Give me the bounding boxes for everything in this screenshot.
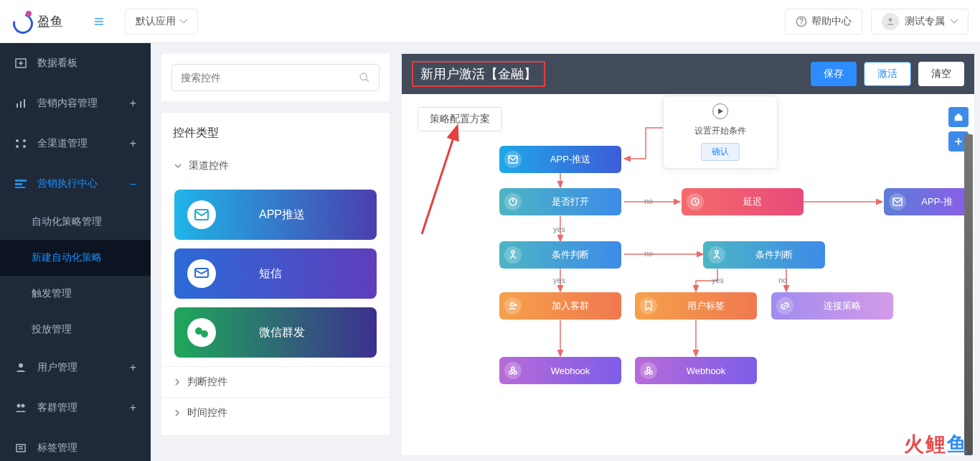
svg-point-30 xyxy=(201,330,208,337)
edge-label-yes: yes xyxy=(553,276,565,284)
svg-point-21 xyxy=(22,404,25,408)
sidebar: 数据看板 营销内容管理 + 全渠道管理 + 营销执行中心 – 自动化策略管理 新… xyxy=(0,43,151,461)
plan-config-button[interactable]: 策略配置方案 xyxy=(418,107,502,131)
start-condition-popover: 设置开始条件 确认 xyxy=(663,96,778,169)
home-button[interactable] xyxy=(948,107,969,127)
edge-label-no: no xyxy=(644,249,653,258)
help-button[interactable]: 帮助中心 xyxy=(785,9,862,34)
widget-panel: 控件类型 渠道控件 APP推送 短信 微信群发 判断控件 时间控件 xyxy=(161,54,390,455)
app-selector[interactable]: 默认应用 xyxy=(125,9,198,34)
node-link-strategy[interactable]: 连接策略 xyxy=(771,292,893,320)
canvas-header: 新用户激活【金融】 保存 激活 清空 xyxy=(402,54,974,94)
canvas: 新用户激活【金融】 保存 激活 清空 策略配置方案 设置开始条件 确认 xyxy=(402,54,974,455)
svg-point-41 xyxy=(511,303,514,307)
node-webhook-2[interactable]: Webhook xyxy=(635,357,757,384)
execution-icon xyxy=(14,180,27,188)
edge-label-no: no xyxy=(644,197,653,205)
nav-user[interactable]: 用户管理 + xyxy=(0,348,151,388)
svg-point-5 xyxy=(889,18,892,22)
node-webhook-1[interactable]: Webhook xyxy=(499,357,621,384)
node-join-group[interactable]: 加入客群 xyxy=(499,292,621,320)
widget-app-push[interactable]: APP推送 xyxy=(174,190,377,240)
chevron-right-icon xyxy=(174,409,180,416)
svg-rect-22 xyxy=(17,444,25,452)
chevron-down-icon xyxy=(174,162,182,169)
canvas-body[interactable]: 策略配置方案 设置开始条件 确认 xyxy=(402,94,974,455)
plus-icon: + xyxy=(130,137,136,150)
nav-label: 标签管理 xyxy=(37,442,77,455)
caret-down-icon xyxy=(951,19,958,24)
tag-icon xyxy=(14,443,27,453)
vertical-scrollbar[interactable] xyxy=(964,134,973,455)
nav-channel[interactable]: 全渠道管理 + xyxy=(0,124,151,164)
help-label: 帮助中心 xyxy=(811,15,852,28)
section-channel[interactable]: 渠道控件 xyxy=(161,151,390,181)
popover-confirm-button[interactable]: 确认 xyxy=(701,143,740,161)
chart-icon xyxy=(14,98,27,108)
nav-label: 营销执行中心 xyxy=(37,177,98,190)
envelope-icon xyxy=(889,193,906,210)
strategy-title-highlight: 新用户激活【金融】 xyxy=(412,61,545,87)
node-app-push[interactable]: APP-推送 xyxy=(499,146,621,173)
nav-sub-delivery[interactable]: 投放管理 xyxy=(0,312,151,348)
save-button[interactable]: 保存 xyxy=(811,62,857,86)
section-time[interactable]: 时间控件 xyxy=(161,397,390,428)
svg-rect-34 xyxy=(509,156,517,163)
node-delay[interactable]: 延迟 xyxy=(682,188,804,215)
hamburger-icon xyxy=(93,16,105,27)
envelope-icon xyxy=(187,200,216,229)
svg-point-14 xyxy=(16,145,19,148)
widget-wechat[interactable]: 微信群发 xyxy=(174,307,377,358)
search-input[interactable] xyxy=(181,72,359,83)
node-user-tag[interactable]: 用户标签 xyxy=(635,292,757,320)
nav-group[interactable]: 客群管理 + xyxy=(0,388,151,428)
node-condition-2[interactable]: 条件判断 xyxy=(703,241,825,269)
nav-tag[interactable]: 标签管理 xyxy=(0,428,151,461)
play-icon xyxy=(712,103,728,119)
svg-point-19 xyxy=(19,363,23,368)
nav-label: 营销内容管理 xyxy=(37,97,98,110)
nav-label: 数据看板 xyxy=(37,57,77,70)
svg-rect-11 xyxy=(24,99,25,108)
search-input-wrap[interactable] xyxy=(171,64,380,91)
user-plus-icon xyxy=(504,297,522,315)
menu-toggle-button[interactable] xyxy=(85,7,113,36)
user-menu[interactable]: 测试专属 xyxy=(871,9,969,34)
nav-sub-new-policy[interactable]: 新建自动化策略 xyxy=(0,240,151,276)
svg-line-26 xyxy=(366,79,369,82)
popover-text: 设置开始条件 xyxy=(694,125,746,137)
nav-label: 用户管理 xyxy=(37,361,77,374)
wechat-icon xyxy=(187,318,216,347)
svg-rect-17 xyxy=(15,183,22,185)
message-icon xyxy=(187,259,216,288)
nav-sub-trigger[interactable]: 触发管理 xyxy=(0,276,151,312)
caret-down-icon xyxy=(180,19,187,24)
svg-rect-16 xyxy=(15,180,27,182)
widget-sms[interactable]: 短信 xyxy=(174,248,377,299)
bookmark-icon xyxy=(640,297,657,315)
link-icon xyxy=(776,297,793,315)
svg-point-25 xyxy=(360,73,367,80)
avatar-icon xyxy=(882,13,899,30)
edge-label-no: no xyxy=(778,276,787,284)
webhook-icon xyxy=(504,362,522,379)
topbar: 盈鱼 默认应用 帮助中心 测试专属 xyxy=(0,0,980,43)
widget-types: 控件类型 渠道控件 APP推送 短信 微信群发 判断控件 时间控件 xyxy=(161,113,390,435)
section-judge[interactable]: 判断控件 xyxy=(161,366,390,397)
node-open-check[interactable]: 是否打开 xyxy=(499,188,621,215)
nav-sub-policy-manage[interactable]: 自动化策略管理 xyxy=(0,204,151,240)
nav-dashboard[interactable]: 数据看板 xyxy=(0,43,151,83)
envelope-icon xyxy=(504,151,522,168)
app-selector-label: 默认应用 xyxy=(136,15,176,28)
node-app-push-2[interactable]: APP-推 xyxy=(884,188,970,215)
watermark: 火鲤鱼 xyxy=(904,431,969,458)
nav-execution[interactable]: 营销执行中心 – xyxy=(0,164,151,204)
clear-button[interactable]: 清空 xyxy=(918,62,964,86)
nav-content[interactable]: 营销内容管理 + xyxy=(0,83,151,124)
activate-button[interactable]: 激活 xyxy=(864,62,911,86)
power-icon xyxy=(504,193,522,210)
node-condition-1[interactable]: 条件判断 xyxy=(499,241,621,269)
svg-point-39 xyxy=(512,251,514,253)
nav-label: 全渠道管理 xyxy=(37,137,88,150)
channel-icon xyxy=(14,139,27,149)
